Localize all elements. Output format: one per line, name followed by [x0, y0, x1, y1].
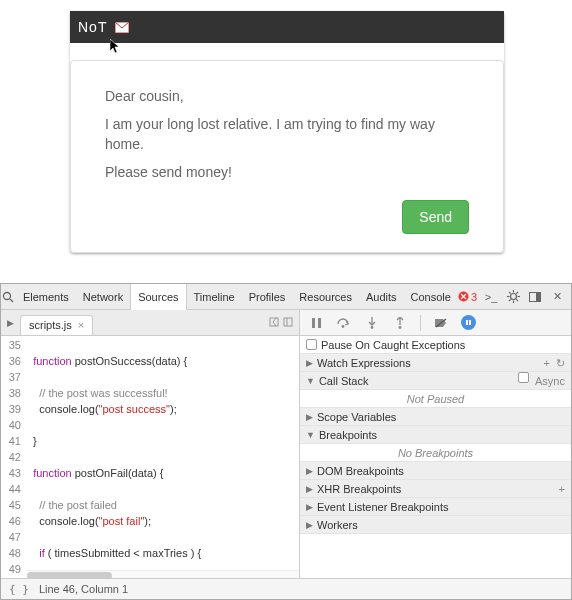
- file-tab[interactable]: scripts.js ×: [20, 315, 93, 335]
- svg-point-25: [371, 326, 374, 329]
- watch-header[interactable]: ▶Watch Expressions+↻: [300, 354, 571, 372]
- app-title: NoT: [78, 19, 107, 35]
- gear-icon[interactable]: [505, 289, 521, 305]
- workers-header[interactable]: ▶Workers: [300, 516, 571, 534]
- tab-resources[interactable]: Resources: [292, 284, 359, 310]
- svg-rect-31: [469, 320, 471, 325]
- svg-point-27: [399, 326, 402, 329]
- svg-rect-30: [466, 320, 468, 325]
- send-button[interactable]: Send: [402, 200, 469, 234]
- code-editor[interactable]: 3536373839404142434445464748495051525354…: [1, 336, 299, 580]
- cursor-position: Line 46, Column 1: [39, 583, 128, 595]
- devtools-tabs: Elements Network Sources Timeline Profil…: [1, 284, 571, 310]
- prev-icon[interactable]: [269, 317, 279, 329]
- tab-timeline[interactable]: Timeline: [187, 284, 242, 310]
- debugger-sidebar: Pause On Caught Exceptions ▶Watch Expres…: [299, 336, 571, 580]
- breakpoints-header[interactable]: ▼Breakpoints: [300, 426, 571, 444]
- svg-line-15: [509, 299, 511, 301]
- event-bp-header[interactable]: ▶Event Listener Breakpoints: [300, 498, 571, 516]
- no-breakpoints-note: No Breakpoints: [300, 444, 571, 462]
- tab-sources[interactable]: Sources: [130, 284, 186, 310]
- refresh-icon[interactable]: ↻: [556, 354, 565, 372]
- scope-header[interactable]: ▶Scope Variables: [300, 408, 571, 426]
- svg-rect-21: [312, 318, 315, 328]
- email-line: Dear cousin,: [105, 86, 469, 106]
- tab-console[interactable]: Console: [404, 284, 458, 310]
- pause-caught-row[interactable]: Pause On Caught Exceptions: [300, 336, 571, 354]
- app-header: NoT: [70, 11, 504, 43]
- step-out-icon[interactable]: [392, 315, 408, 331]
- svg-rect-17: [536, 292, 541, 301]
- devtools-panel: Elements Network Sources Timeline Profil…: [0, 283, 572, 600]
- email-line: Please send money!: [105, 162, 469, 182]
- cursor-icon: [110, 39, 122, 58]
- line-gutter: 3536373839404142434445464748495051525354…: [1, 336, 27, 580]
- email-compose-card: Dear cousin, I am your long lost relativ…: [70, 60, 504, 253]
- not-paused-note: Not Paused: [300, 390, 571, 408]
- error-badge[interactable]: 3: [458, 291, 477, 303]
- step-into-icon[interactable]: [364, 315, 380, 331]
- dock-icon[interactable]: [527, 289, 543, 305]
- step-over-icon[interactable]: [336, 315, 352, 331]
- tab-profiles[interactable]: Profiles: [242, 284, 293, 310]
- deactivate-bp-icon[interactable]: [433, 315, 449, 331]
- pause-exceptions-icon[interactable]: [461, 315, 476, 330]
- svg-rect-18: [270, 318, 278, 326]
- checkbox[interactable]: [306, 339, 317, 350]
- close-icon[interactable]: ✕: [549, 289, 565, 305]
- svg-line-3: [10, 299, 13, 302]
- drawer-icon[interactable]: >_: [483, 289, 499, 305]
- svg-point-23: [342, 325, 345, 328]
- svg-rect-22: [318, 318, 321, 328]
- checkbox[interactable]: [518, 372, 529, 383]
- tab-elements[interactable]: Elements: [16, 284, 76, 310]
- email-line: I am your long lost relative. I am tryin…: [105, 114, 469, 154]
- search-icon[interactable]: [1, 289, 16, 305]
- add-icon[interactable]: +: [544, 354, 550, 372]
- code-text: function postOnSuccess(data) { // the po…: [27, 336, 299, 580]
- sidebar-toggle-icon[interactable]: [283, 317, 293, 329]
- file-name: scripts.js: [29, 315, 72, 335]
- svg-marker-1: [110, 39, 119, 53]
- dom-bp-header[interactable]: ▶DOM Breakpoints: [300, 462, 571, 480]
- devtools-footer: { } Line 46, Column 1: [1, 578, 571, 599]
- xhr-bp-header[interactable]: ▶XHR Breakpoints+: [300, 480, 571, 498]
- add-icon[interactable]: +: [559, 480, 565, 498]
- close-file-icon[interactable]: ×: [78, 315, 84, 335]
- svg-point-7: [510, 294, 516, 300]
- callstack-header[interactable]: ▼Call StackAsync: [300, 372, 571, 390]
- svg-rect-19: [284, 318, 292, 326]
- pretty-print-icon[interactable]: { }: [9, 583, 29, 596]
- svg-line-12: [509, 292, 511, 294]
- svg-line-14: [516, 292, 518, 294]
- pause-icon[interactable]: [308, 315, 324, 331]
- tab-network[interactable]: Network: [76, 284, 130, 310]
- navigator-toggle-icon[interactable]: ▶: [1, 318, 20, 328]
- svg-point-2: [4, 292, 11, 299]
- tab-audits[interactable]: Audits: [359, 284, 404, 310]
- svg-line-13: [516, 299, 518, 301]
